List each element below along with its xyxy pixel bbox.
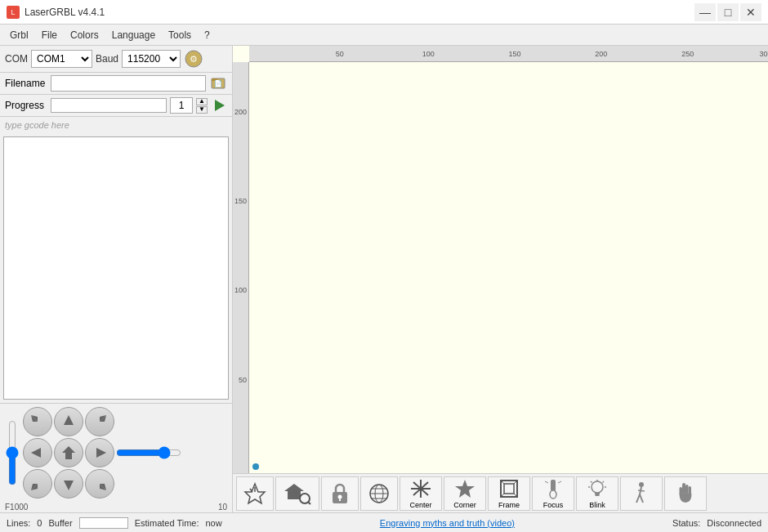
svg-point-26 [338, 494, 342, 498]
lines-value: 0 [37, 518, 42, 528]
main-layout: COM COM1 COM2 COM3 Baud 115200 9600 2500… [0, 46, 768, 512]
connection-toolbar: COM COM1 COM2 COM3 Baud 115200 9600 2500… [0, 46, 232, 73]
jog-nw-button[interactable] [23, 407, 52, 436]
left-panel: COM COM1 COM2 COM3 Baud 115200 9600 2500… [0, 46, 233, 512]
jog-section: F1000 10 [0, 403, 232, 512]
svg-rect-51 [596, 494, 600, 496]
frame-button[interactable]: Frame [488, 476, 530, 511]
gcode-input[interactable] [3, 136, 229, 400]
focus-button[interactable]: Focus [532, 476, 574, 511]
svg-text:📄: 📄 [214, 79, 222, 87]
progress-row: Progress 1 ▲ ▼ [0, 95, 232, 117]
ruler-top: 50 100 150 200 250 300 [249, 46, 768, 62]
menu-grbl[interactable]: Grbl [3, 28, 35, 42]
run-button[interactable] [211, 97, 227, 114]
svg-rect-50 [595, 493, 600, 494]
filename-label: Filename [5, 78, 47, 89]
menu-language[interactable]: Language [105, 28, 162, 42]
blink-label: Blink [589, 501, 605, 509]
svg-marker-13 [96, 448, 106, 458]
svg-text:⚙: ⚙ [190, 54, 198, 64]
info-link[interactable]: Engraving myths and truth (video) [229, 518, 666, 528]
canvas-inner[interactable] [249, 62, 768, 473]
app-title: LaserGRBL v4.4.1 [25, 7, 105, 18]
svg-line-46 [545, 481, 548, 483]
menu-file[interactable]: File [35, 28, 64, 42]
hand-button[interactable] [664, 476, 707, 511]
menu-colors[interactable]: Colors [64, 28, 105, 42]
frame-label: Frame [498, 501, 520, 509]
buffer-bar [79, 517, 128, 529]
filename-input[interactable] [51, 75, 206, 92]
baud-label: Baud [96, 53, 118, 65]
spin-up-button[interactable]: ▲ [196, 98, 208, 105]
svg-line-53 [591, 481, 592, 483]
svg-marker-8 [64, 415, 74, 425]
svg-rect-39 [504, 484, 514, 494]
corner-label: Corner [453, 501, 476, 509]
gcode-section: type gcode here [0, 117, 232, 403]
laser-button[interactable] [236, 476, 274, 511]
svg-line-54 [603, 481, 605, 483]
lines-label: Lines: [7, 518, 30, 528]
jog-ne-button[interactable] [85, 407, 114, 436]
canvas-area[interactable]: X: 0.000 Y: 0.000 50 100 150 200 250 300… [233, 46, 768, 473]
estimated-label: Estimated Time: [135, 518, 199, 528]
svg-line-60 [636, 494, 640, 503]
menubar: Grbl File Colors Language Tools ? [0, 25, 768, 46]
speed-slider-vertical[interactable] [5, 420, 20, 485]
ruler-tick-200: 200 [595, 50, 607, 58]
com-select[interactable]: COM1 COM2 COM3 [31, 50, 92, 68]
blink-button[interactable]: Blink [576, 476, 618, 511]
svg-marker-12 [62, 446, 75, 459]
origin-marker [252, 463, 259, 470]
filename-row: Filename 📄 [0, 73, 232, 95]
svg-marker-37 [455, 480, 475, 498]
svg-line-61 [640, 494, 643, 503]
ruler-left: 50 100 150 200 [233, 62, 249, 473]
speed-slider-horizontal[interactable] [116, 445, 181, 460]
jog-se-button[interactable] [85, 469, 114, 498]
svg-marker-5 [215, 100, 225, 111]
ruler-tick-50: 50 [336, 50, 344, 58]
minimize-button[interactable]: — [694, 3, 716, 21]
svg-line-59 [638, 490, 645, 491]
progress-number[interactable]: 1 [170, 97, 193, 114]
baud-select[interactable]: 115200 9600 250000 [122, 50, 181, 68]
walk-button[interactable] [620, 476, 663, 511]
jog-e-button[interactable] [85, 438, 114, 467]
center-label: Center [409, 501, 431, 509]
svg-point-57 [639, 482, 644, 487]
ruler-vtick-100: 100 [234, 286, 247, 294]
menu-tools[interactable]: Tools [162, 28, 198, 42]
svg-marker-16 [64, 481, 74, 490]
spin-down-button[interactable]: ▼ [196, 106, 208, 114]
progress-spinner: ▲ ▼ [196, 98, 208, 114]
jog-s-button[interactable] [54, 469, 83, 498]
globe-button[interactable] [360, 476, 398, 511]
svg-line-24 [308, 502, 310, 504]
center-button[interactable]: Center [400, 476, 442, 511]
gcode-placeholder: type gcode here [0, 117, 232, 133]
close-button[interactable]: ✕ [740, 3, 761, 21]
jog-right-sliders [116, 445, 181, 460]
menu-help[interactable]: ? [198, 28, 217, 42]
jog-sw-button[interactable] [23, 469, 52, 498]
estimated-value: now [206, 518, 222, 528]
ruler-tick-250: 250 [681, 50, 694, 58]
jog-n-button[interactable] [54, 407, 83, 436]
browse-button[interactable]: 📄 [209, 75, 227, 92]
jog-home-button[interactable] [54, 438, 83, 467]
jog-grid [23, 407, 114, 498]
lock-button[interactable] [321, 476, 359, 511]
svg-point-45 [550, 490, 556, 498]
buffer-label: Buffer [48, 518, 72, 528]
jog-w-button[interactable] [23, 438, 52, 467]
ruler-vtick-200: 200 [234, 108, 247, 116]
connect-button[interactable]: ⚙ [184, 49, 203, 69]
home-search-button[interactable] [275, 476, 319, 511]
maximize-button[interactable]: □ [717, 3, 739, 21]
ruler-tick-150: 150 [509, 50, 521, 58]
progress-bar [51, 98, 167, 113]
corner-button[interactable]: Corner [444, 476, 486, 511]
